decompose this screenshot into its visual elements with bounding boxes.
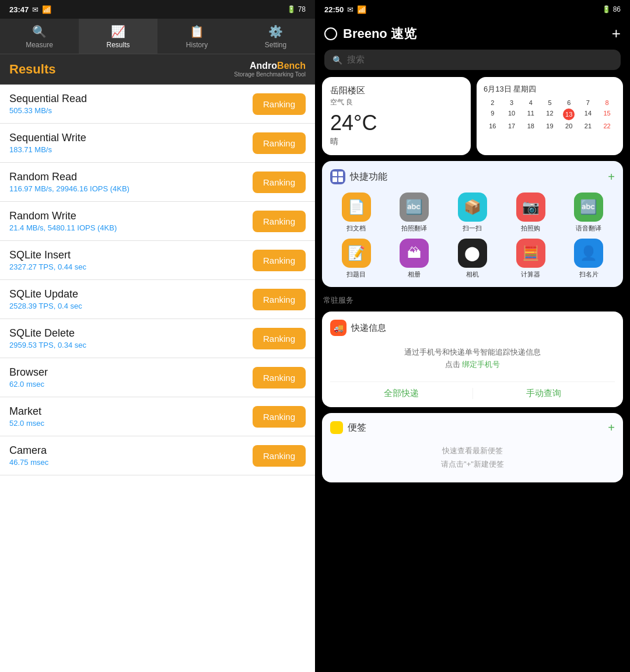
cal-day[interactable]: 10 xyxy=(503,108,521,120)
ranking-button[interactable]: Ranking xyxy=(253,367,306,388)
cal-day[interactable]: 6 xyxy=(560,98,578,107)
notes-empty: 快速查看最新便签 请点击"+"新建便签 xyxy=(330,440,615,475)
benchmark-value: 21.4 MB/s, 5480.11 IOPS (4KB) xyxy=(9,223,117,232)
ranking-button[interactable]: Ranking xyxy=(253,289,306,310)
benchmark-item: Camera 46.75 msec Ranking xyxy=(0,436,315,475)
express-link[interactable]: 绑定手机号 xyxy=(462,360,500,369)
app-icon-item[interactable]: ⬤ 相机 xyxy=(446,239,499,279)
benchmark-item: Sequential Read 505.33 MB/s Ranking xyxy=(0,85,315,124)
benchmark-info: Market 52.0 msec xyxy=(9,405,44,428)
widgets-scroll: 岳阳楼区 空气 良 24°C 晴 6月13日 星期四 2345678910111… xyxy=(315,77,630,672)
cal-day[interactable]: 17 xyxy=(503,121,521,131)
cal-day[interactable]: 4 xyxy=(522,98,540,107)
cal-day[interactable]: 16 xyxy=(484,121,502,131)
history-icon: 📋 xyxy=(190,24,204,38)
app-icon-label: 相册 xyxy=(408,270,421,279)
quick-func-title-row: 快捷功能 + xyxy=(330,169,615,184)
ranking-button[interactable]: Ranking xyxy=(253,445,306,467)
app-icon-item[interactable]: 🏔 相册 xyxy=(388,239,441,279)
app-icon-label: 拍照购 xyxy=(521,224,540,233)
ranking-button[interactable]: Ranking xyxy=(253,132,306,154)
notes-add-btn[interactable]: + xyxy=(608,421,615,435)
express-manual-btn[interactable]: 手动查询 xyxy=(473,388,615,399)
measure-icon: 🔍 xyxy=(32,24,47,38)
app-icon-item[interactable]: 📦 扫一扫 xyxy=(446,192,499,233)
app-icon-item[interactable]: 🔤 语音翻译 xyxy=(562,192,615,233)
setting-icon: ⚙️ xyxy=(268,24,283,38)
benchmark-info: SQLite Delete 2959.53 TPS, 0.34 sec xyxy=(9,327,86,349)
battery-icon-left: 🔋 xyxy=(287,5,296,13)
cal-day[interactable]: 13 xyxy=(563,108,575,120)
ranking-button[interactable]: Ranking xyxy=(253,328,306,349)
cal-day[interactable]: 5 xyxy=(541,98,559,107)
benchmark-value: 183.71 MB/s xyxy=(9,145,86,154)
app-icon-item[interactable]: 🧮 计算器 xyxy=(505,239,557,279)
app-icon-item[interactable]: 📄 扫文档 xyxy=(330,192,383,233)
notes-empty1: 快速查看最新便签 xyxy=(442,446,503,455)
notes-title-left: 便签 xyxy=(330,421,366,434)
cal-day[interactable]: 22 xyxy=(598,121,616,131)
cal-day[interactable]: 21 xyxy=(579,121,597,131)
benchmark-name: SQLite Delete xyxy=(9,327,86,340)
battery-level-left: 78 xyxy=(298,5,306,13)
app-icon-item[interactable]: 🔤 拍照翻译 xyxy=(388,192,441,233)
benchmark-name: SQLite Insert xyxy=(9,249,86,261)
app-icon-circle: 📄 xyxy=(342,192,371,222)
notes-title-row: 便签 + xyxy=(330,421,615,435)
benchmark-value: 46.75 msec xyxy=(9,458,48,467)
permanent-service-label: 常驻服务 xyxy=(322,293,623,306)
cal-day[interactable]: 18 xyxy=(522,121,540,131)
results-header: Results AndroBench Storage Benchmarking … xyxy=(0,54,315,85)
express-service-widget: 🚚 快递信息 通过手机号和快递单号智能追踪快递信息 点击 绑定手机号 全部快递 … xyxy=(322,312,623,407)
benchmark-info: Random Read 116.97 MB/s, 29946.16 IOPS (… xyxy=(9,171,130,193)
ranking-button[interactable]: Ranking xyxy=(253,250,306,271)
cal-day[interactable]: 14 xyxy=(579,108,597,120)
benchmark-info: Camera 46.75 msec xyxy=(9,444,48,467)
tab-history[interactable]: 📋 History xyxy=(158,19,236,54)
benchmark-info: SQLite Insert 2327.27 TPS, 0.44 sec xyxy=(9,249,86,271)
quick-func-widget: 快捷功能 + 📄 扫文档 🔤 拍照翻译 📦 扫一扫 📷 拍照购 🔤 语音翻译 📝… xyxy=(322,161,623,287)
express-desc2: 点击 xyxy=(445,360,460,369)
tab-results[interactable]: 📈 Results xyxy=(79,19,158,54)
header-add-button[interactable]: + xyxy=(612,24,621,43)
benchmark-info: SQLite Update 2528.39 TPS, 0.4 sec xyxy=(9,288,82,310)
quick-func-add-btn[interactable]: + xyxy=(608,170,615,184)
cal-day[interactable]: 12 xyxy=(541,108,559,120)
cal-day[interactable]: 11 xyxy=(522,108,540,120)
benchmark-item: Browser 62.0 msec Ranking xyxy=(0,358,315,397)
benchmark-list: Sequential Read 505.33 MB/s Ranking Sequ… xyxy=(0,85,315,672)
benchmark-item: SQLite Insert 2327.27 TPS, 0.44 sec Rank… xyxy=(0,241,315,280)
ranking-button[interactable]: Ranking xyxy=(253,211,306,232)
tab-measure[interactable]: 🔍 Measure xyxy=(0,19,79,54)
ranking-button[interactable]: Ranking xyxy=(253,406,306,428)
cal-day[interactable]: 7 xyxy=(579,98,597,107)
tab-results-label: Results xyxy=(106,41,130,49)
express-actions: 全部快递 手动查询 xyxy=(330,382,615,399)
benchmark-name: Sequential Read xyxy=(9,93,87,105)
cal-day[interactable]: 3 xyxy=(503,98,521,107)
app-icon-circle: 📷 xyxy=(516,192,545,222)
cal-day[interactable]: 2 xyxy=(484,98,502,107)
search-bar[interactable]: 🔍 搜索 xyxy=(324,50,621,70)
cal-day[interactable]: 8 xyxy=(598,98,616,107)
app-header: Breeno 速览 + xyxy=(315,19,630,50)
app-icon-label: 计算器 xyxy=(521,270,540,279)
ranking-button[interactable]: Ranking xyxy=(253,172,306,193)
signal-icon: ✉ xyxy=(32,5,38,14)
benchmark-item: Market 52.0 msec Ranking xyxy=(0,397,315,436)
app-icon-item[interactable]: 👤 扫名片 xyxy=(562,239,615,279)
ranking-button[interactable]: Ranking xyxy=(253,93,306,115)
signal-icon-right: ✉ xyxy=(347,5,354,14)
cal-day[interactable]: 9 xyxy=(484,108,502,120)
cal-day[interactable]: 19 xyxy=(541,121,559,131)
app-icon-item[interactable]: 📝 扫题目 xyxy=(330,239,383,279)
express-all-btn[interactable]: 全部快递 xyxy=(330,388,473,399)
app-icon-item[interactable]: 📷 拍照购 xyxy=(505,192,557,233)
cal-day[interactable]: 15 xyxy=(598,108,616,120)
benchmark-name: Camera xyxy=(9,444,48,457)
search-icon: 🔍 xyxy=(332,55,342,65)
tab-setting[interactable]: ⚙️ Setting xyxy=(236,19,315,54)
quick-func-title-text: 快捷功能 xyxy=(350,171,387,183)
cal-day[interactable]: 20 xyxy=(560,121,578,131)
app-icon-label: 扫题目 xyxy=(346,270,366,279)
